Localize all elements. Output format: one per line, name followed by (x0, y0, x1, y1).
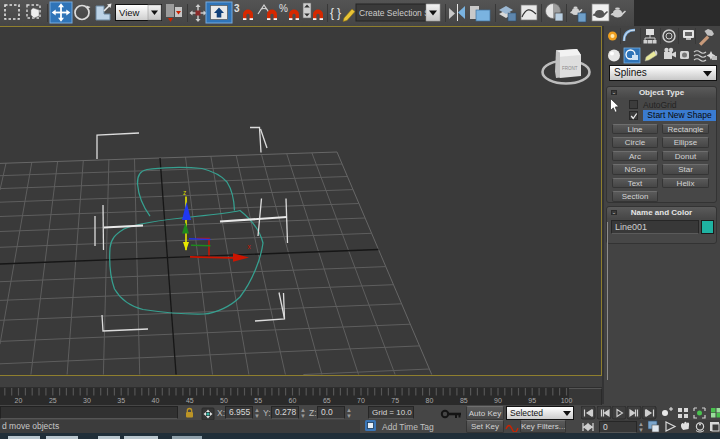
svg-text:3: 3 (234, 3, 240, 14)
svg-text:80: 80 (426, 397, 434, 404)
svg-text:55: 55 (254, 397, 262, 404)
svg-text:90: 90 (494, 397, 502, 404)
svg-text:View: View (119, 7, 140, 18)
svg-text:100: 100 (561, 397, 573, 404)
svg-text:z: z (183, 189, 186, 196)
svg-text:35: 35 (117, 397, 125, 404)
svg-text:{: { (330, 6, 334, 20)
svg-text:20: 20 (15, 397, 23, 404)
svg-text:Create Selection S: Create Selection S (359, 8, 430, 18)
svg-text:40: 40 (152, 397, 160, 404)
svg-text:%: % (279, 3, 288, 14)
svg-text:45: 45 (186, 397, 194, 404)
svg-text:95: 95 (528, 397, 536, 404)
svg-text:70: 70 (357, 397, 365, 404)
svg-text:30: 30 (83, 397, 91, 404)
svg-text:65: 65 (323, 397, 331, 404)
svg-text:85: 85 (460, 397, 468, 404)
svg-text:}: } (337, 6, 341, 20)
svg-text:50: 50 (220, 397, 228, 404)
svg-text:FRONT: FRONT (562, 66, 578, 71)
svg-text:x: x (248, 243, 252, 250)
svg-text:25: 25 (49, 397, 57, 404)
svg-text:75: 75 (391, 397, 399, 404)
svg-text:60: 60 (289, 397, 297, 404)
